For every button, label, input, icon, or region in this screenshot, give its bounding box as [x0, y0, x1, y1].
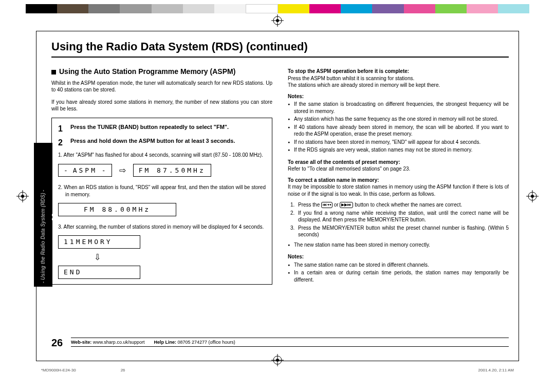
list-item: If you find a wrong name while receiving…: [296, 210, 509, 223]
notes-heading: Notes:: [288, 253, 509, 260]
side-tab-title: RDS Radio: [49, 143, 52, 282]
lcd-row-fm88: FM 88.00MHz: [58, 203, 266, 216]
heading-stop-aspm: To stop the ASPM operation before it is …: [288, 68, 509, 75]
step-2: 2 Press and hold down the ASPM button fo…: [58, 137, 266, 148]
intro-text: If you have already stored some stations…: [51, 99, 272, 113]
svg-point-3: [276, 19, 279, 22]
body-text: The stations which are already stored in…: [288, 82, 509, 89]
svg-point-11: [21, 195, 24, 198]
lcd-display: FM 87.50MHz: [133, 164, 211, 177]
color-calibration-bar: [26, 4, 529, 13]
list-item: If 40 stations have already been stored …: [288, 124, 509, 138]
content-area: - Using the Radio Data System (RDS) - RD…: [51, 40, 509, 352]
page-number: 26: [51, 337, 63, 349]
section-heading: Using the Auto Station Programme Memory …: [51, 67, 272, 77]
list-item: Press the ⏮◀◀ or ▶▶⏭ button to check whe…: [296, 201, 509, 209]
procedure-box: 1 Press the TUNER (BAND) button repeated…: [51, 118, 272, 285]
slug-page: 26: [121, 368, 125, 372]
step-number: 2: [58, 137, 65, 148]
list-item: If no stations have been stored in memor…: [288, 139, 509, 146]
list-item: Any station which has the same frequency…: [288, 116, 509, 123]
lcd-display: 11MEMORY: [58, 235, 140, 249]
prev-track-icon: ⏮◀◀: [321, 202, 332, 208]
side-tab: - Using the Radio Data System (RDS) - RD…: [34, 143, 52, 287]
right-column: To stop the ASPM operation before it is …: [288, 67, 509, 288]
columns: Using the Auto Station Programme Memory …: [51, 67, 509, 288]
square-bullet-icon: [51, 70, 56, 74]
svg-point-15: [531, 195, 534, 198]
notes-heading: Notes:: [288, 93, 509, 100]
list-item: The same station name can be stored in d…: [288, 262, 509, 269]
left-column: Using the Auto Station Programme Memory …: [51, 67, 272, 288]
next-track-icon: ▶▶⏭: [340, 202, 353, 208]
intro-text: Whilst in the ASPM operation mode, the t…: [51, 80, 272, 94]
heading-erase: To erase all of the contents of preset m…: [288, 159, 509, 166]
slug-file: *MD9000H-E24-30: [41, 368, 76, 372]
arrow-right-icon: ⇨: [119, 165, 126, 176]
lcd-row-aspm: - ASPM - ⇨ FM 87.50MHz: [58, 164, 266, 177]
substep-1: 1. After "ASPM" has flashed for about 4 …: [58, 152, 266, 159]
step-1: 1 Press the TUNER (BAND) button repeated…: [58, 123, 266, 135]
list-item: Press the MEMORY/ENTER button whilst the…: [296, 225, 509, 238]
registration-mark-icon: [526, 190, 539, 202]
list-item: In a certain area or during certain time…: [288, 269, 509, 283]
list-item: If the same station is broadcasting on d…: [288, 101, 509, 115]
body-text: Press the ASPM button whilst it is scann…: [288, 75, 509, 82]
notes-list-1: If the same station is broadcasting on d…: [288, 101, 509, 154]
lcd-col-memory: 11MEMORY ⇩ END: [58, 235, 266, 279]
footer-helpline: Help Line: 08705 274277 (office hours): [154, 340, 235, 345]
heading-correct: To correct a station name in memory:: [288, 177, 509, 184]
slug-line: *MD9000H-E24-30 26 2001.4.20, 2:11 AM: [41, 368, 514, 372]
result-list: The new station name has been stored in …: [288, 241, 509, 249]
registration-mark-icon: [271, 14, 284, 27]
page-title: Using the Radio Data System (RDS) (conti…: [51, 40, 509, 58]
correct-steps-list: Press the ⏮◀◀ or ▶▶⏭ button to check whe…: [288, 201, 509, 238]
list-item: If the RDS signals are very weak, statio…: [288, 146, 509, 154]
body-text: It may be impossible to store station na…: [288, 183, 509, 197]
body-text: Refer to "To clear all memorised station…: [288, 165, 509, 173]
lcd-display: FM 88.00MHz: [58, 203, 176, 216]
notes-list-2: The same station name can be stored in d…: [288, 262, 509, 284]
step-number: 1: [58, 123, 65, 135]
arrow-down-icon: ⇩: [94, 252, 101, 263]
step-text: Press and hold down the ASPM button for …: [70, 137, 235, 148]
substep-3: 3. After scanning, the number of station…: [58, 223, 266, 231]
registration-mark-icon: [16, 190, 29, 202]
slug-datetime: 2001.4.20, 2:11 AM: [478, 368, 514, 372]
substep-2: 2. When an RDS station is found, "RDS" w…: [58, 184, 266, 198]
list-item: The new station name has been stored in …: [288, 241, 509, 249]
step-text: Press the TUNER (BAND) button repeatedly…: [70, 123, 229, 135]
page-root: - Using the Radio Data System (RDS) - RD…: [0, 0, 555, 392]
footer-website: Web-site: www.sharp.co.uk/support: [71, 340, 144, 345]
lcd-display: - ASPM -: [58, 164, 112, 177]
footer-line: Web-site: www.sharp.co.uk/support Help L…: [71, 338, 509, 347]
lcd-display: END: [58, 266, 140, 279]
side-tab-subtitle: - Using the Radio Data System (RDS) -: [40, 144, 46, 283]
